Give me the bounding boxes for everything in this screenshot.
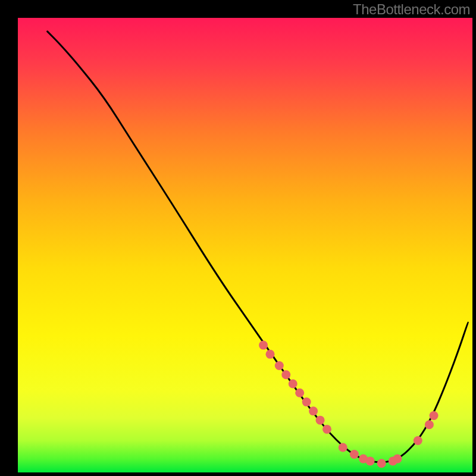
data-marker	[414, 436, 422, 445]
data-marker	[289, 380, 298, 389]
data-marker	[430, 411, 439, 420]
data-marker	[366, 456, 375, 465]
gradient-background	[18, 18, 472, 472]
chart-svg	[0, 0, 476, 476]
data-marker	[377, 459, 386, 468]
data-marker	[350, 450, 359, 459]
data-marker	[322, 425, 331, 434]
data-marker	[266, 350, 275, 359]
data-marker	[425, 420, 434, 429]
attribution-text: TheBottleneck.com	[353, 1, 470, 18]
data-marker	[281, 370, 290, 379]
data-marker	[316, 416, 325, 425]
data-marker	[275, 361, 284, 370]
data-marker	[339, 443, 347, 452]
data-marker	[393, 455, 402, 464]
data-marker	[295, 389, 304, 397]
bottleneck-chart: TheBottleneck.com	[0, 0, 476, 476]
data-marker	[259, 341, 268, 350]
data-marker	[302, 397, 311, 406]
data-marker	[309, 406, 318, 415]
